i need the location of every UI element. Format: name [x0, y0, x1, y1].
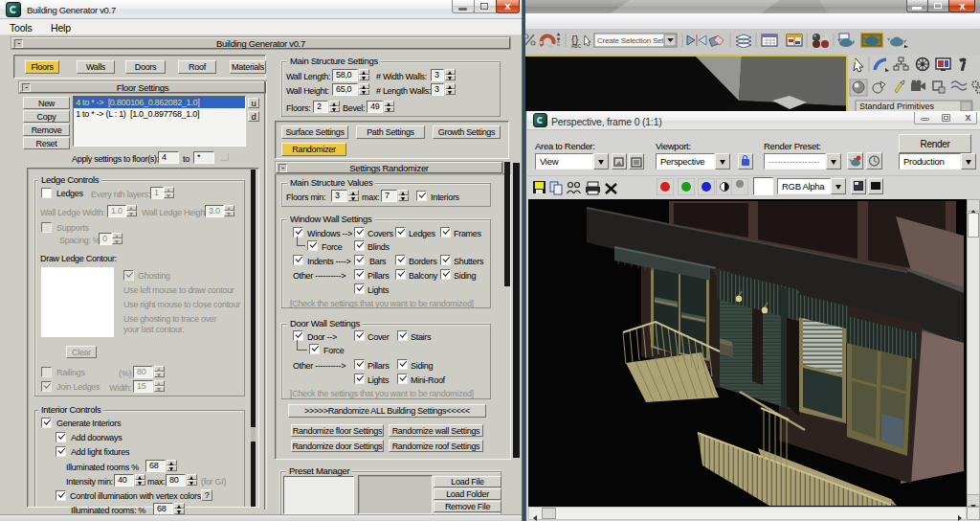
svg-text:Standard Primitives: Standard Primitives — [859, 102, 935, 111]
svg-text:Create Selection Set: Create Selection Set — [597, 36, 664, 45]
svg-text:ABC: ABC — [571, 43, 582, 49]
